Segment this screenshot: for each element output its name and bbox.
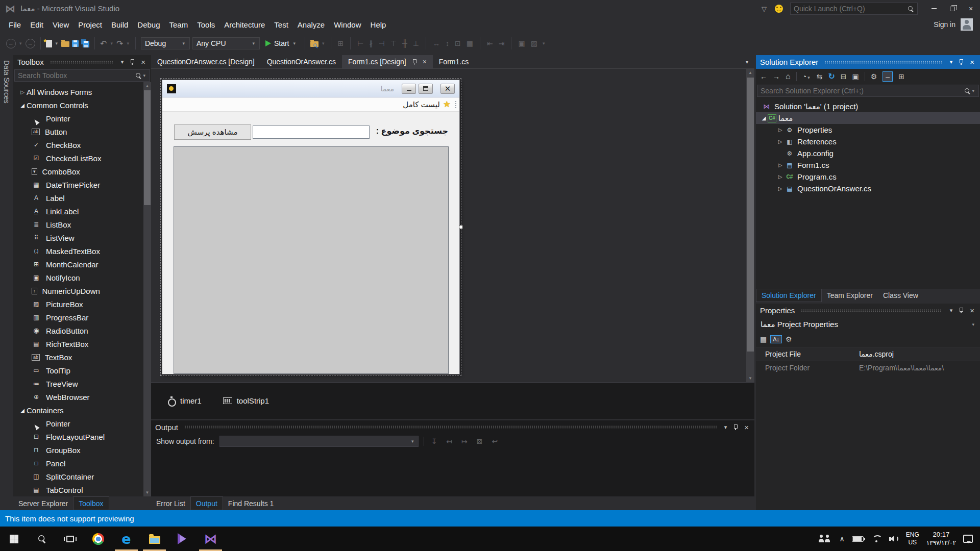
menu-help[interactable]: Help — [366, 18, 391, 31]
size-to-grid-icon[interactable]: ▦ — [465, 39, 475, 47]
clear-all-icon[interactable]: ⊠ — [475, 437, 485, 445]
menu-architecture[interactable]: Architecture — [219, 18, 270, 31]
edge-taskbar-button[interactable]: e — [112, 527, 140, 551]
categorized-icon[interactable]: ▤ — [760, 336, 767, 343]
pin-icon[interactable] — [130, 59, 135, 65]
toolbar-options-dropdown[interactable]: ▾ — [542, 41, 546, 46]
align-centers-icon[interactable]: ∦ — [368, 39, 375, 47]
chevron-right-icon[interactable]: ▷ — [776, 174, 784, 180]
toolbox-item-maskedtextbox[interactable]: (.)MaskedTextBox — [13, 244, 151, 258]
close-icon[interactable]: × — [743, 423, 750, 431]
start-debugging-button[interactable]: Start ▾ — [262, 39, 300, 47]
make-same-width-icon[interactable]: ↔ — [431, 39, 442, 47]
align-tops-icon[interactable]: ⊤ — [389, 39, 398, 47]
tab-error-list[interactable]: Error List — [151, 496, 190, 510]
toolbox-item-combobox[interactable]: ▾ComboBox — [13, 165, 151, 178]
forms-designer-surface[interactable]: معما ✕ لیست کامل ★ مشاهده پرسش جستجوی مو… — [151, 69, 754, 382]
send-to-back-icon[interactable]: ▨ — [529, 39, 539, 47]
chrome-taskbar-button[interactable] — [84, 527, 112, 551]
tab-toolbox[interactable]: Toolbox — [73, 496, 109, 510]
pin-tab-icon[interactable] — [412, 59, 417, 65]
find-message-icon[interactable]: ↧ — [429, 437, 439, 445]
navigate-back-dropdown[interactable]: ▾ — [18, 41, 23, 46]
designed-form-toolstrip[interactable]: لیست کامل ★ — [162, 97, 459, 112]
toolbox-search-input[interactable] — [18, 71, 135, 80]
restore-button[interactable] — [943, 0, 962, 17]
solution-platform-combo[interactable]: Any CPU ▾ — [192, 37, 260, 49]
pin-icon[interactable] — [959, 307, 964, 314]
tree-item-project[interactable]: ◢ C# معما — [756, 112, 980, 124]
tree-item-program-cs[interactable]: ▷ C# Program.cs — [756, 171, 980, 183]
home-icon[interactable]: ⌂ — [786, 72, 791, 81]
form-resize-handle[interactable] — [459, 225, 463, 229]
properties-wrench-icon[interactable]: ⚙ — [871, 73, 877, 80]
toolbox-item-listview[interactable]: ⠿ListView — [13, 231, 151, 244]
search-options-dropdown-icon[interactable]: ▾ — [142, 73, 146, 78]
tab-list-dropdown-icon[interactable]: ▾ — [746, 59, 754, 65]
chevron-expanded-icon[interactable]: ◢ — [760, 115, 768, 121]
tray-item-timer1[interactable]: timer1 — [167, 396, 202, 406]
wifi-icon[interactable] — [871, 535, 882, 543]
collapse-all-icon[interactable]: ⊟ — [841, 73, 847, 80]
property-pages-icon[interactable]: ⚙ — [786, 336, 792, 343]
save-all-icon[interactable] — [81, 39, 89, 47]
menu-project[interactable]: Project — [74, 18, 107, 31]
tab-team-explorer[interactable]: Team Explorer — [822, 289, 878, 302]
search-topic-textbox[interactable] — [253, 126, 370, 139]
property-row-project-folder[interactable]: Project Folder E:\Program\معما\معما\معما… — [756, 361, 980, 374]
close-icon[interactable]: × — [968, 307, 976, 314]
quick-launch-input[interactable] — [794, 5, 908, 13]
align-bottoms-icon[interactable]: ⊥ — [411, 39, 421, 47]
menu-window[interactable]: Window — [329, 18, 365, 31]
save-icon[interactable] — [72, 40, 79, 47]
menu-analyze[interactable]: Analyze — [293, 18, 329, 31]
window-position-dropdown-icon[interactable]: ▾ — [948, 59, 954, 65]
people-tray-icon[interactable] — [818, 535, 832, 543]
solution-explorer-search-input[interactable] — [761, 87, 964, 95]
alphabetical-icon[interactable]: A↓ — [770, 335, 782, 343]
horizontal-spacing-icon[interactable]: ⇤ — [485, 39, 495, 47]
tab-find-results-1[interactable]: Find Results 1 — [223, 496, 279, 510]
close-button[interactable]: × — [962, 0, 980, 17]
scroll-up-icon[interactable]: ▲ — [143, 82, 151, 90]
toolbox-item-groupbox[interactable]: ⊓GroupBox — [13, 443, 151, 457]
toolbox-item-listbox[interactable]: ≣ListBox — [13, 218, 151, 231]
bring-to-front-icon[interactable]: ▣ — [517, 39, 526, 47]
word-wrap-icon[interactable]: ↩ — [490, 437, 500, 445]
chevron-right-icon[interactable]: ▷ — [776, 162, 784, 168]
new-project-dropdown[interactable]: ▾ — [55, 41, 59, 46]
toolbox-group-all-windows-forms[interactable]: ▷All Windows Forms — [13, 85, 151, 98]
menu-test[interactable]: Test — [270, 18, 293, 31]
next-message-icon[interactable]: ↦ — [459, 437, 470, 445]
toolbox-item-checkedlistbox[interactable]: ☑CheckedListBox — [13, 152, 151, 165]
toolbox-item-pointer[interactable]: Pointer — [13, 112, 151, 125]
window-position-dropdown-icon[interactable]: ▾ — [948, 307, 954, 314]
sync-with-active-document-icon[interactable]: ▣ — [852, 73, 859, 80]
navigate-forward-button[interactable]: → — [26, 39, 35, 48]
show-all-files-icon[interactable]: ⊞ — [898, 73, 904, 80]
tree-item-references[interactable]: ▷ ◧ References — [756, 136, 980, 147]
designed-form[interactable]: معما ✕ لیست کامل ★ مشاهده پرسش جستجوی مو… — [162, 80, 460, 374]
undo-icon[interactable]: ↶ — [100, 39, 107, 48]
undo-dropdown[interactable]: ▾ — [109, 41, 114, 46]
toolbox-item-numericupdown[interactable]: ↕NumericUpDown — [13, 284, 151, 297]
back-icon[interactable]: ← — [760, 73, 767, 80]
find-dropdown[interactable]: ▾ — [321, 41, 326, 46]
redo-icon[interactable]: ↷ — [116, 39, 123, 48]
align-middles-icon[interactable]: ╫ — [401, 39, 409, 47]
chevron-right-icon[interactable]: ▷ — [776, 127, 784, 133]
find-in-files-icon[interactable] — [310, 41, 318, 47]
tab-form1-design[interactable]: Form1.cs [Design] × — [342, 55, 433, 68]
battery-icon[interactable] — [852, 536, 864, 542]
taskbar-search-button[interactable] — [28, 527, 56, 551]
properties-header[interactable]: Properties ▾ × — [756, 304, 980, 317]
properties-object-selector[interactable]: معما Project Properties ▾ — [756, 317, 980, 332]
close-icon[interactable]: × — [139, 58, 147, 66]
make-same-height-icon[interactable]: ↕ — [444, 39, 451, 47]
toolbox-item-datetimepicker[interactable]: ▦DateTimePicker — [13, 178, 151, 191]
toolbox-item-textbox[interactable]: abTextBox — [13, 350, 151, 364]
menu-view[interactable]: View — [48, 18, 74, 31]
pin-icon[interactable] — [959, 59, 964, 65]
action-center-icon[interactable] — [963, 535, 973, 543]
scroll-up-icon[interactable]: ▲ — [746, 69, 754, 77]
